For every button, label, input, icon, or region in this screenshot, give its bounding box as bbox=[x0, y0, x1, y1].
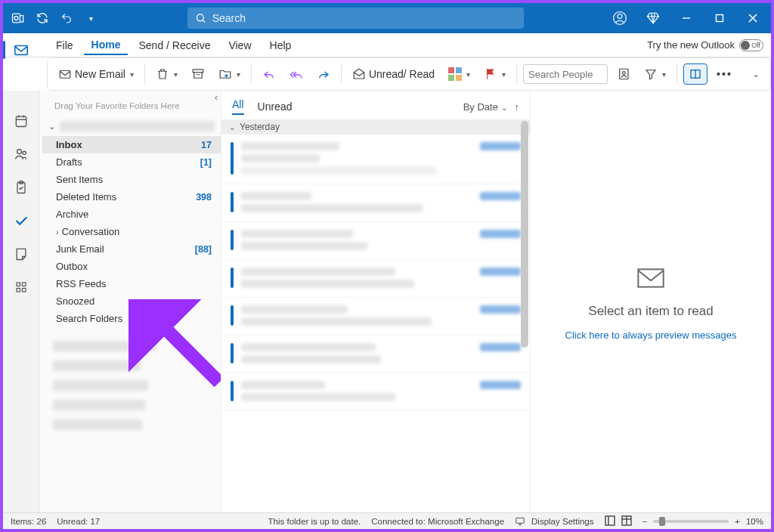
envelope-open-icon bbox=[352, 67, 366, 81]
view-reading-icon[interactable] bbox=[621, 515, 632, 527]
layout-icon bbox=[689, 67, 702, 81]
clipboard-check-icon bbox=[14, 180, 29, 195]
rail-more-apps[interactable] bbox=[8, 274, 35, 301]
message-item[interactable] bbox=[221, 260, 530, 298]
message-item[interactable] bbox=[221, 184, 530, 222]
grid-icon bbox=[14, 280, 28, 294]
reply-all-button[interactable] bbox=[285, 64, 308, 84]
maximize-button[interactable] bbox=[704, 3, 735, 33]
display-settings-button[interactable]: Display Settings bbox=[515, 516, 593, 527]
status-unread: Unread: 17 bbox=[57, 517, 100, 526]
premium-diamond-icon[interactable] bbox=[638, 3, 668, 33]
account-header[interactable]: ⌄ bbox=[42, 118, 221, 135]
global-search-input[interactable] bbox=[212, 12, 516, 24]
global-search[interactable] bbox=[187, 8, 524, 29]
zoom-slider[interactable] bbox=[653, 520, 729, 523]
message-item[interactable] bbox=[221, 135, 530, 184]
minimize-button[interactable] bbox=[671, 3, 701, 33]
rail-notes[interactable] bbox=[8, 240, 35, 268]
svg-point-4 bbox=[618, 14, 622, 19]
rail-todo[interactable] bbox=[8, 207, 35, 234]
account-icon[interactable] bbox=[605, 3, 635, 33]
flag-icon bbox=[484, 67, 497, 81]
always-preview-link[interactable]: Click here to always preview messages bbox=[565, 329, 737, 341]
mail-icon bbox=[13, 42, 29, 58]
svg-rect-26 bbox=[17, 289, 20, 292]
layout-button[interactable] bbox=[683, 63, 707, 85]
trash-icon bbox=[156, 67, 169, 81]
status-connected: Connected to: Microsoft Exchange bbox=[371, 517, 504, 526]
outlook-logo-icon bbox=[11, 11, 26, 26]
zoom-out-button[interactable]: − bbox=[642, 517, 648, 526]
folder-inbox[interactable]: Inbox17 bbox=[42, 136, 221, 153]
address-book-button[interactable] bbox=[612, 64, 635, 84]
menu-send-receive[interactable]: Send / Receive bbox=[131, 36, 218, 54]
zoom-level: 10% bbox=[746, 517, 763, 526]
svg-point-2 bbox=[197, 14, 203, 21]
message-item[interactable] bbox=[221, 373, 530, 411]
menu-help[interactable]: Help bbox=[262, 36, 299, 54]
view-normal-icon[interactable] bbox=[605, 515, 615, 527]
tab-all[interactable]: All bbox=[232, 98, 244, 115]
folder-sent-items[interactable]: Sent Items bbox=[42, 171, 221, 188]
rail-mail[interactable] bbox=[8, 36, 35, 63]
envelope-icon bbox=[58, 67, 72, 81]
more-button[interactable]: ••• bbox=[712, 65, 737, 83]
folder-junk-email[interactable]: Junk Email[88] bbox=[42, 240, 221, 258]
qat-dropdown-icon[interactable]: ▾ bbox=[83, 11, 98, 26]
folder-outbox[interactable]: Outbox bbox=[42, 258, 221, 275]
close-button[interactable] bbox=[738, 3, 768, 33]
filter-button[interactable]: ▾ bbox=[639, 64, 670, 84]
rail-people[interactable] bbox=[8, 141, 35, 168]
move-button[interactable]: ▾ bbox=[214, 64, 245, 84]
reading-pane-title: Select an item to read bbox=[588, 304, 713, 319]
svg-rect-0 bbox=[13, 14, 20, 23]
sync-icon[interactable] bbox=[35, 11, 50, 26]
zoom-in-button[interactable]: + bbox=[735, 517, 740, 526]
people-icon bbox=[14, 147, 29, 162]
forward-button[interactable] bbox=[312, 64, 335, 84]
rail-calendar[interactable] bbox=[8, 107, 35, 135]
calendar-icon bbox=[14, 113, 29, 128]
filter-icon bbox=[644, 67, 658, 81]
menu-bar: File Home Send / Receive View Help Try t… bbox=[3, 33, 771, 57]
delete-button[interactable]: ▾ bbox=[151, 64, 182, 84]
menu-file[interactable]: File bbox=[48, 36, 81, 54]
menu-home[interactable]: Home bbox=[84, 36, 128, 55]
tab-unread[interactable]: Unread bbox=[258, 101, 293, 113]
ribbon-dropdown-button[interactable]: ⌄ bbox=[746, 66, 764, 82]
scrollbar[interactable] bbox=[521, 121, 528, 348]
rail-tasks[interactable] bbox=[8, 174, 35, 201]
folder-search-folders[interactable]: Search Folders bbox=[42, 310, 221, 327]
svg-rect-15 bbox=[14, 46, 27, 55]
unread-read-button[interactable]: Unread/ Read bbox=[348, 64, 439, 84]
sort-by-date[interactable]: By Date ⌄ bbox=[463, 101, 507, 113]
group-header[interactable]: ⌄Yesterday bbox=[221, 119, 530, 135]
flag-button[interactable]: ▾ bbox=[479, 64, 510, 84]
folder-snoozed[interactable]: Snoozed bbox=[42, 292, 221, 310]
new-email-button[interactable]: New Email▾ bbox=[54, 64, 138, 84]
folder-deleted-items[interactable]: Deleted Items398 bbox=[42, 188, 221, 206]
svg-rect-30 bbox=[638, 269, 663, 286]
folder-rss-feeds[interactable]: RSS Feeds bbox=[42, 275, 221, 292]
svg-rect-24 bbox=[17, 283, 20, 286]
folder-archive[interactable]: Archive bbox=[42, 206, 221, 223]
reply-button[interactable] bbox=[258, 64, 280, 84]
folder-drafts[interactable]: Drafts[1] bbox=[42, 153, 221, 171]
message-item[interactable] bbox=[221, 336, 530, 373]
try-new-outlook[interactable]: Try the new Outlook Off bbox=[647, 39, 763, 51]
undo-icon[interactable] bbox=[59, 11, 74, 26]
message-item[interactable] bbox=[221, 298, 530, 336]
svg-point-1 bbox=[14, 17, 18, 20]
menu-view[interactable]: View bbox=[221, 36, 259, 54]
svg-rect-32 bbox=[605, 516, 615, 525]
search-people-input[interactable] bbox=[523, 64, 608, 84]
folder-conversation[interactable]: ›Conversation bbox=[42, 223, 221, 240]
archive-button[interactable] bbox=[187, 64, 209, 84]
sort-direction-icon[interactable]: ↑ bbox=[515, 101, 520, 113]
toggle-switch[interactable]: Off bbox=[739, 39, 763, 51]
collapse-folder-pane-icon[interactable]: ‹ bbox=[215, 92, 218, 103]
message-item[interactable] bbox=[221, 222, 530, 260]
categorize-button[interactable]: ▾ bbox=[444, 64, 475, 84]
status-items: Items: 26 bbox=[11, 517, 46, 526]
